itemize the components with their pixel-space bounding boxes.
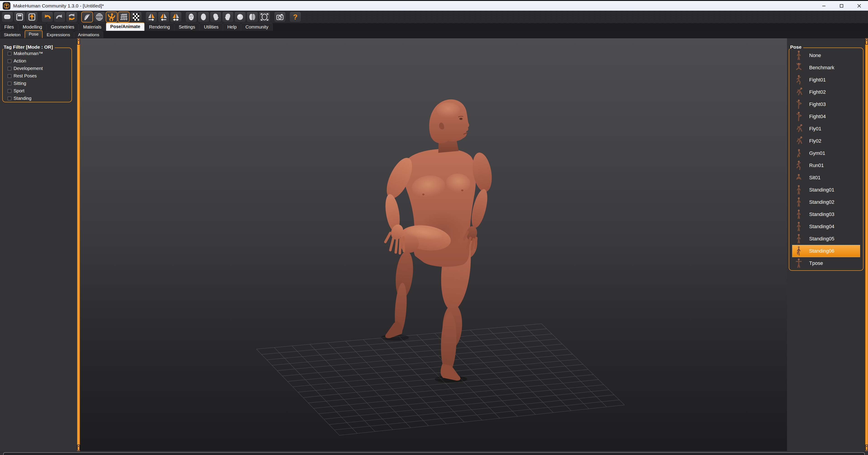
reload-icon[interactable] <box>66 11 78 22</box>
pose-thumbnail-icon <box>793 221 805 232</box>
tab-pose-animate[interactable]: Pose/Animate <box>106 22 144 31</box>
tab-rendering[interactable]: Rendering <box>145 23 174 31</box>
subtab-pose[interactable]: Pose <box>25 30 42 38</box>
tag-filter-option-standing[interactable]: Standing <box>3 95 71 102</box>
tag-filter-label: Standing <box>13 96 31 101</box>
pose-item-label: Standing01 <box>809 187 834 193</box>
pose-mode-icon[interactable] <box>106 11 118 22</box>
pose-thumbnail-icon <box>793 184 805 195</box>
symmetry-both-icon[interactable] <box>170 11 182 22</box>
pose-item-label: Run01 <box>809 162 824 169</box>
pose-item-none[interactable]: None <box>792 49 860 62</box>
subtab-skeleton[interactable]: Skeleton <box>0 31 25 38</box>
load-file-icon[interactable] <box>14 11 26 22</box>
new-file-icon[interactable] <box>2 11 13 22</box>
left-splitter[interactable] <box>77 38 80 451</box>
checkbox-icon[interactable] <box>8 82 11 85</box>
view-profile-right-icon[interactable] <box>210 11 221 22</box>
minimize-button-icon[interactable] <box>815 1 833 11</box>
subtab-animations[interactable]: Animations <box>74 31 103 38</box>
pose-item-fight04[interactable]: Fight04 <box>792 111 860 123</box>
pose-thumbnail-icon <box>793 74 805 86</box>
pose-item-fight02[interactable]: Fight02 <box>792 86 860 98</box>
pose-item-standing03[interactable]: Standing03 <box>792 208 860 220</box>
view-profile-left-icon[interactable] <box>222 11 234 22</box>
view-top-icon[interactable] <box>234 11 246 22</box>
right-splitter[interactable] <box>865 38 868 451</box>
human-model <box>381 99 495 383</box>
left-splitter-handle-icon[interactable] <box>77 445 80 451</box>
pose-item-label: Benchmark <box>809 65 834 71</box>
undo-icon[interactable] <box>41 11 53 22</box>
pose-item-label: Fight02 <box>809 89 826 95</box>
wireframe-globe-icon[interactable] <box>93 11 105 22</box>
tab-materials[interactable]: Materials <box>79 23 106 31</box>
symmetry-right-icon[interactable] <box>146 11 157 22</box>
view-frame-icon[interactable] <box>259 11 270 22</box>
pose-thumbnail-icon <box>793 160 805 171</box>
tab-geometries[interactable]: Geometries <box>46 23 79 31</box>
skeleton-grid-icon[interactable] <box>118 11 130 22</box>
checkbox-icon[interactable] <box>8 59 11 63</box>
save-file-icon[interactable] <box>26 11 38 22</box>
checkbox-icon[interactable] <box>8 89 11 93</box>
tag-filter-option-developement[interactable]: Developement <box>3 65 71 72</box>
right-splitter-handle-icon[interactable] <box>865 445 868 451</box>
checkbox-icon[interactable] <box>8 97 11 100</box>
pose-item-label: Gym01 <box>809 150 825 156</box>
pose-item-label: Fight01 <box>809 77 826 83</box>
tab-modelling[interactable]: Modelling <box>18 23 46 31</box>
checkbox-icon[interactable] <box>8 74 11 78</box>
pose-item-standing02[interactable]: Standing02 <box>792 196 860 208</box>
progress-bar <box>3 452 865 455</box>
pose-thumbnail-icon <box>793 233 805 244</box>
pose-item-run01[interactable]: Run01 <box>792 159 860 172</box>
tag-filter-label: Developement <box>13 66 43 71</box>
titlebar[interactable]: MakeHuman Community 1.3.0 - [Untitled]* <box>0 1 868 11</box>
help-icon[interactable]: ? <box>289 11 301 22</box>
tab-community[interactable]: Community <box>241 23 273 31</box>
tab-utilities[interactable]: Utilities <box>199 23 223 31</box>
view-sides-icon[interactable] <box>246 11 258 22</box>
right-splitter-handle-icon[interactable] <box>865 39 868 44</box>
texture-checker-icon[interactable] <box>130 11 142 22</box>
pose-item-standing05[interactable]: Standing05 <box>792 233 860 245</box>
smooth-toggle-icon[interactable] <box>81 11 93 22</box>
pose-item-fight03[interactable]: Fight03 <box>792 98 860 111</box>
tab-settings[interactable]: Settings <box>175 23 199 31</box>
tag-filter-option-sport[interactable]: Sport <box>3 87 71 95</box>
checkbox-icon[interactable] <box>8 52 11 56</box>
viewport-3d[interactable] <box>80 38 787 451</box>
symmetry-left-icon[interactable] <box>158 11 169 22</box>
maximize-button-icon[interactable] <box>833 1 850 11</box>
view-back-head-icon[interactable] <box>197 11 209 22</box>
checkbox-icon[interactable] <box>8 67 11 70</box>
tab-help[interactable]: Help <box>223 23 241 31</box>
subtab-expressions[interactable]: Expressions <box>43 31 74 38</box>
tag-filter-option-makehuman[interactable]: Makehuman™ <box>3 50 71 57</box>
pose-item-standing01[interactable]: Standing01 <box>792 184 860 196</box>
tab-files[interactable]: Files <box>0 23 18 31</box>
redo-icon[interactable] <box>54 11 65 22</box>
pose-thumbnail-icon <box>793 50 805 61</box>
pose-item-benchmark[interactable]: Benchmark <box>792 62 860 74</box>
tag-filter-option-sitting[interactable]: Sitting <box>3 80 71 87</box>
grab-screenshot-icon[interactable] <box>274 11 286 22</box>
pose-item-standing04[interactable]: Standing04 <box>792 220 860 233</box>
pose-item-fly01[interactable]: Fly01 <box>792 123 860 135</box>
pose-item-gym01[interactable]: Gym01 <box>792 147 860 159</box>
tag-filter-option-rest-poses[interactable]: Rest Poses <box>3 72 71 80</box>
pose-item-fight01[interactable]: Fight01 <box>792 74 860 86</box>
pose-item-standing06[interactable]: Standing06 <box>792 245 860 257</box>
pose-list: None Benchmark Fight01 Fight02 Fight03 F… <box>789 49 863 269</box>
pose-panel-title: Pose <box>790 44 803 50</box>
view-front-face-icon[interactable] <box>185 11 197 22</box>
pose-item-fly02[interactable]: Fly02 <box>792 135 860 147</box>
window-title: MakeHuman Community 1.3.0 - [Untitled]* <box>13 3 104 9</box>
pose-item-sit01[interactable]: Sit01 <box>792 172 860 184</box>
left-splitter-handle-icon[interactable] <box>77 39 80 44</box>
tag-filter-groupbox: Tag Filter [Mode : OR] Makehuman™ActionD… <box>2 48 72 102</box>
tag-filter-option-action[interactable]: Action <box>3 57 71 65</box>
close-button-icon[interactable] <box>850 1 868 11</box>
pose-item-tpose[interactable]: Tpose <box>792 257 860 269</box>
